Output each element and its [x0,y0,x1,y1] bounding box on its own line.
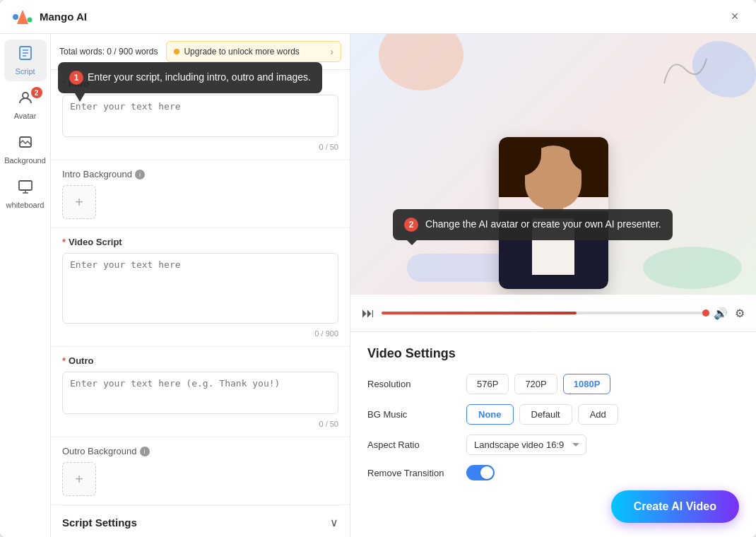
intro-label-text: Intro [69,78,89,89]
aspect-ratio-options: Landscape video 16:9 Portrait video 9:16… [466,435,586,455]
add-icon: + [75,194,83,211]
decorative-line [657,48,714,90]
intro-bg-label: Intro Background i [62,169,338,179]
progress-bar[interactable] [382,312,707,314]
resolution-720p[interactable]: 720P [514,374,557,394]
outro-textarea[interactable] [62,372,338,414]
create-btn-container: Create AI Video [367,490,739,523]
video-preview: ⏭ 🔊 ⚙ 2 Change the AI avatar or create y… [350,34,756,331]
settings-chevron-icon: ∨ [330,516,338,529]
video-settings-icon[interactable]: ⚙ [735,307,745,320]
bg-decoration-1 [379,34,463,90]
bg-music-default[interactable]: Default [519,404,572,425]
upgrade-arrow-icon: › [330,46,333,57]
intro-bg-add-button[interactable]: + [62,185,96,219]
create-ai-video-button[interactable]: Create AI Video [611,490,739,523]
sidebar-item-whiteboard[interactable]: whiteboard [4,173,47,215]
avatar-image [497,134,610,289]
outro-label-text: Outro [69,355,93,366]
script-panel: Total words: 0 / 900 words Upgrade to un… [51,34,350,537]
bg-music-options: None Default Add [466,404,618,425]
outro-background-section: Outro Background i + [51,437,350,505]
resolution-576p[interactable]: 576P [466,374,509,394]
sidebar-item-avatar[interactable]: Avatar 2 [4,84,47,126]
resolution-label: Resolution [367,379,466,389]
avatar-shirt [532,218,574,275]
outro-bg-info-icon: i [140,447,150,456]
bg-music-add[interactable]: Add [578,404,618,425]
outro-required-star: * [62,355,66,366]
video-script-label-text: Video Script [69,237,122,247]
background-icon [18,134,33,153]
app-title: Mango AI [40,11,87,23]
sidebar-item-avatar-label: Avatar [14,112,37,120]
app-logo [11,7,34,27]
outro-label: * Outro [62,355,338,366]
intro-textarea[interactable] [62,95,338,137]
intro-bg-info-icon: i [135,170,145,179]
sidebar-item-script-label: Script [15,67,35,76]
bg-music-none[interactable]: None [466,404,514,425]
title-bar: Mango AI × [0,0,756,34]
close-button[interactable]: × [725,7,745,27]
word-count-bar: Total words: 0 / 900 words Upgrade to un… [51,34,350,70]
outro-bg-add-button[interactable]: + [62,462,96,496]
progress-dot [702,309,709,317]
upgrade-text: Upgrade to unlock more words [184,47,326,57]
sidebar-item-background-label: Background [4,156,46,165]
aspect-ratio-label: Aspect Ratio [367,439,466,450]
intro-char-count: 0 / 50 [62,143,338,151]
sidebar-item-whiteboard-label: whiteboard [6,201,45,209]
main-content: Script Avatar 2 [0,34,756,537]
outro-bg-label-text: Outro Background [62,446,137,456]
preview-panel: ⏭ 🔊 ⚙ 2 Change the AI avatar or create y… [350,34,756,537]
video-controls: ⏭ 🔊 ⚙ [350,295,756,331]
tooltip-2-num: 2 [404,218,418,232]
required-star: * [62,78,66,89]
script-settings-title: Script Settings [62,517,137,529]
video-script-label: * Video Script [62,237,338,247]
aspect-ratio-select[interactable]: Landscape video 16:9 Portrait video 9:16… [466,435,586,455]
outro-section: * Outro 0 / 50 [51,347,350,437]
sidebar-nav: Script Avatar 2 [0,34,51,537]
bg-decoration-3 [643,247,742,289]
volume-icon[interactable]: 🔊 [714,307,728,320]
resolution-1080p[interactable]: 1080P [563,374,611,394]
upgrade-dot [174,49,179,54]
svg-point-1 [13,14,18,20]
outro-textarea-wrapper [62,372,338,417]
svg-point-7 [23,93,28,98]
video-script-textarea[interactable] [62,253,338,324]
outro-bg-label: Outro Background i [62,446,338,456]
logo-svg [11,7,34,27]
svg-marker-0 [17,10,28,24]
bg-music-label: BG Music [367,409,466,420]
vs-required-star: * [62,237,66,247]
title-bar-left: Mango AI [11,7,87,27]
remove-transition-toggle[interactable] [466,465,495,480]
script-settings-header[interactable]: Script Settings ∨ [62,505,338,537]
resolution-options: 576P 720P 1080P [466,374,610,394]
script-icon [18,45,33,64]
remove-transition-toggle-wrapper [466,465,495,480]
intro-textarea-wrapper [62,95,338,140]
avatar-person [499,137,608,289]
whiteboard-icon [18,179,33,198]
remove-transition-label: Remove Transition [367,468,466,478]
sidebar-item-background[interactable]: Background [4,129,47,170]
app-window: Mango AI × Script [0,0,756,537]
avatar-badge: 2 [31,87,42,98]
outro-char-count: 0 / 50 [62,420,338,428]
sidebar-item-script[interactable]: Script [4,40,47,81]
upgrade-banner[interactable]: Upgrade to unlock more words › [166,41,341,62]
video-script-char-count: 0 / 900 [62,329,338,338]
svg-rect-9 [19,181,32,190]
progress-fill [382,312,577,314]
svg-point-2 [28,17,33,22]
bg-music-row: BG Music None Default Add [367,404,739,425]
resolution-row: Resolution 576P 720P 1080P [367,374,739,394]
aspect-ratio-row: Aspect Ratio Landscape video 16:9 Portra… [367,435,739,455]
intro-label: * Intro [62,78,338,89]
outro-add-icon: + [75,471,83,488]
play-button[interactable]: ⏭ [362,306,374,321]
